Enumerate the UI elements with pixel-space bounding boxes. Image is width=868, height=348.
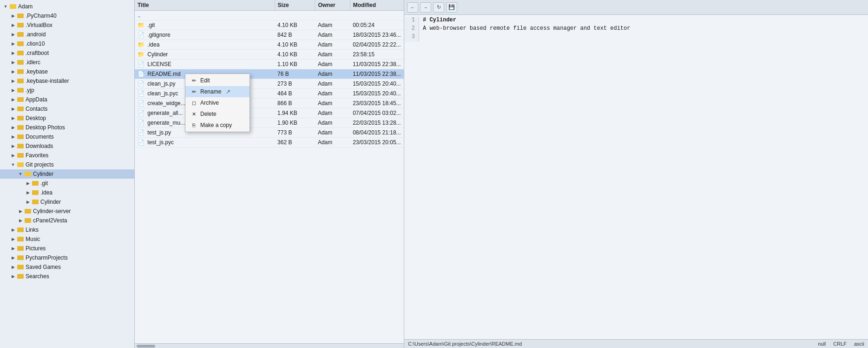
tree-label-pycharm40: .PyCharm40 [26, 13, 57, 19]
table-row[interactable]: 📄 clean_js.py273 BAdam15/03/2015 20:40..… [135, 79, 404, 89]
tree-label-pycharm-projects: PycharmProjects [26, 254, 68, 261]
context-menu-item-archive[interactable]: ◻Archive [185, 97, 250, 108]
tree-label-favorites: Favorites [26, 152, 48, 159]
tree-item-cylinder-sub[interactable]: Cylinder [0, 197, 134, 207]
table-row[interactable]: 📁 Cylinder4.10 KBAdam23:58:15 [135, 50, 404, 60]
tree-root[interactable]: Adam [0, 2, 134, 11]
tree-item-links[interactable]: Links [0, 225, 134, 234]
editor-line: 1# Cylinder [404, 17, 868, 25]
folder-icon-pycharm-projects [17, 254, 24, 261]
tree-item-pictures[interactable]: Pictures [0, 244, 134, 253]
folder-icon-cylinder-sub [32, 198, 39, 206]
status-charset: ascii [854, 341, 864, 347]
table-row[interactable]: 📄 clean_js.pyc464 BAdam15/03/2015 20:40.… [135, 89, 404, 99]
status-encoding: null [818, 341, 826, 347]
tree-item-clion10[interactable]: .clion10 [0, 39, 134, 48]
tree-label-idlerc: .idlerc [26, 59, 40, 66]
tree-label-downloads: Downloads [26, 143, 53, 149]
tree-label-cylinder-server: Cylinder-server [33, 208, 71, 214]
tree-item-idlerc[interactable]: .idlerc [0, 58, 134, 67]
table-row[interactable]: 📄 .gitignore842 BAdam18/03/2015 23:46... [135, 30, 404, 40]
table-row[interactable]: 📁 .idea4.10 KBAdam02/04/2015 22:22... [135, 40, 404, 50]
tree-item-contacts[interactable]: Contacts [0, 104, 134, 114]
tree-item-searches[interactable]: Searches [0, 272, 134, 281]
file-owner: Adam [315, 118, 350, 128]
horizontal-scrollbar[interactable] [135, 343, 404, 348]
tree-item-favorites[interactable]: Favorites [0, 151, 134, 160]
tree-arrow-clion10 [9, 40, 17, 47]
context-menu-item-copy[interactable]: ⎘Make a copy [185, 120, 250, 131]
line-content[interactable]: # Cylinder [419, 17, 868, 25]
table-row[interactable]: 📄 create_widge...866 BAdam23/03/2015 18:… [135, 99, 404, 108]
folder-icon-idea-sub [32, 189, 39, 196]
file-owner: Adam [315, 69, 350, 79]
tree-item-appdata[interactable]: AppData [0, 95, 134, 104]
tree-item-git-sub[interactable]: .git [0, 179, 134, 188]
folder-icon-links [17, 226, 24, 234]
save-button[interactable]: 💾 [446, 2, 457, 13]
tree-item-idea-sub[interactable]: .idea [0, 188, 134, 197]
tree-label-links: Links [26, 227, 39, 233]
file-name: 📁 .git [135, 20, 275, 30]
col-size[interactable]: Size [275, 0, 315, 11]
tree-item-pycharm-projects[interactable]: PycharmProjects [0, 253, 134, 262]
file-modified: 00:05:24 [350, 20, 404, 30]
tree-item-downloads[interactable]: Downloads [0, 141, 134, 151]
line-number: 3 [404, 33, 419, 42]
table-row[interactable]: 📄 LICENSE1.10 KBAdam11/03/2015 22:38... [135, 60, 404, 69]
forward-button[interactable]: → [420, 2, 431, 13]
tree-arrow-cylinder [17, 170, 24, 178]
save-icon: 💾 [448, 4, 455, 10]
tree-item-desktop[interactable]: Desktop [0, 114, 134, 123]
col-modified[interactable]: Modified [350, 0, 404, 11]
table-row[interactable]: 📄 generate_mu...1.90 KBAdam22/03/2015 13… [135, 118, 404, 128]
tree-item-desktop-photos[interactable]: Desktop Photos [0, 123, 134, 132]
table-row[interactable]: 📁 .git4.10 KBAdam00:05:24 [135, 20, 404, 30]
context-menu-item-rename[interactable]: ✏Rename↗ [185, 86, 250, 97]
tree-label-craftboot: .craftboot [26, 50, 49, 56]
file-owner: Adam [315, 79, 350, 89]
tree-item-yjp[interactable]: .yjp [0, 86, 134, 95]
tree-label-desktop: Desktop [26, 115, 46, 121]
tree-item-virtualbox[interactable]: .VirtualBox [0, 20, 134, 30]
editor-content[interactable]: 1# Cylinder2A web-browser based remote f… [404, 15, 868, 339]
line-content[interactable] [419, 33, 868, 42]
tree-item-cylinder-server[interactable]: Cylinder-server [0, 207, 134, 216]
tree-item-keybase[interactable]: .keybase [0, 67, 134, 76]
tree-item-pycharm40[interactable]: .PyCharm40 [0, 11, 134, 20]
tree-item-git-projects[interactable]: Git projects [0, 160, 134, 169]
file-tree[interactable]: Adam .PyCharm40.VirtualBox.android.clion… [0, 0, 134, 348]
refresh-icon: ↻ [437, 4, 441, 10]
tree-item-craftboot[interactable]: .craftboot [0, 48, 134, 58]
table-row[interactable]: 📄 test_js.py773 BAdam08/04/2015 21:18... [135, 128, 404, 138]
table-row[interactable]: .. [135, 11, 404, 20]
file-table[interactable]: Title Size Owner Modified ..📁 .git4.10 K… [135, 0, 404, 343]
tree-item-cylinder[interactable]: Cylinder [0, 169, 134, 179]
back-button[interactable]: ← [407, 2, 418, 13]
col-owner[interactable]: Owner [315, 0, 350, 11]
tree-item-keybase-installer[interactable]: .keybase-installer [0, 76, 134, 86]
file-name: 📁 Cylinder [135, 50, 275, 60]
file-size: 4.10 KB [275, 50, 315, 60]
refresh-button[interactable]: ↻ [433, 2, 444, 13]
tree-item-music[interactable]: Music [0, 234, 134, 244]
tree-item-documents[interactable]: Documents [0, 132, 134, 141]
table-row[interactable]: 📄 README.md76 BAdam11/03/2015 22:38... [135, 69, 404, 79]
tree-arrow-craftboot [9, 49, 17, 57]
menu-label-edit: Edit [200, 77, 210, 84]
context-menu-item-delete[interactable]: ✕Delete [185, 108, 250, 120]
tree-item-android[interactable]: .android [0, 30, 134, 39]
editor-toolbar: ← → ↻ 💾 [404, 0, 868, 15]
file-row-icon: 📄 [138, 80, 146, 87]
line-content[interactable]: A web-browser based remote file access m… [419, 25, 868, 33]
table-row[interactable]: 📄 generate_all...1.94 KBAdam07/04/2015 0… [135, 108, 404, 118]
tree-item-cpanel2vesta[interactable]: cPanel2Vesta [0, 216, 134, 225]
context-menu-item-edit[interactable]: ✏Edit [185, 75, 250, 86]
status-path: C:\Users\Adam\Git projects\Cylinder\READ… [408, 341, 810, 347]
file-size: 273 B [275, 79, 315, 89]
tree-item-saved-games[interactable]: Saved Games [0, 262, 134, 272]
table-row[interactable]: 📄 test_js.pyc362 BAdam23/03/2015 20:05..… [135, 138, 404, 147]
col-title[interactable]: Title [135, 0, 275, 11]
file-row-icon: 📄 [138, 32, 146, 38]
tree-arrow-searches [9, 273, 17, 280]
